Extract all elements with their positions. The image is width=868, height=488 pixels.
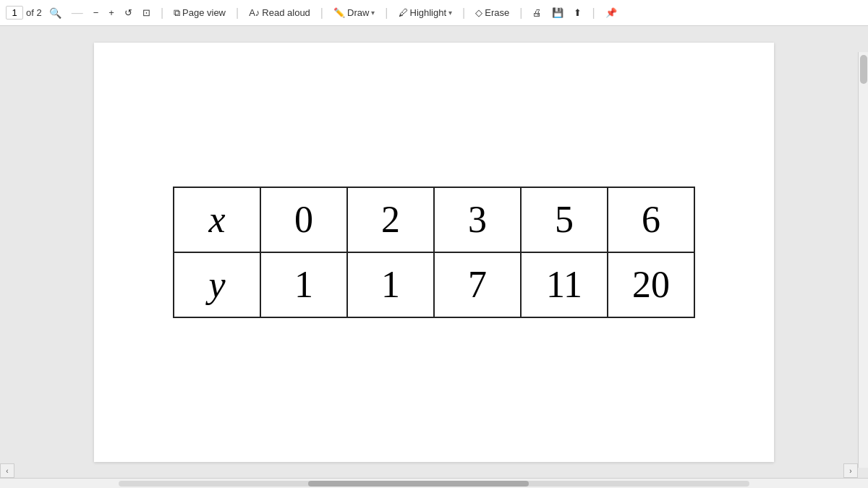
print-button[interactable]: 🖨: [529, 6, 545, 20]
fit-page-button[interactable]: ⊡: [140, 6, 153, 20]
erase-button[interactable]: ◇ Erase: [472, 6, 512, 20]
separator-1: —: [72, 7, 83, 20]
page-number-input[interactable]: [6, 6, 23, 20]
table-cell-x-5: 5: [521, 187, 608, 252]
table-cell-y-label: y: [174, 252, 260, 317]
table-cell-y-1b: 1: [347, 252, 434, 317]
separator-6: |: [462, 7, 465, 20]
horizontal-scroll-thumb[interactable]: [308, 481, 529, 487]
math-table: x 0 2 3 5 6 y 1 1 7 11 20: [173, 187, 695, 318]
separator-4: |: [320, 7, 323, 20]
zoom-in-icon: +: [109, 7, 114, 18]
highlight-button[interactable]: 🖊 Highlight ▾: [396, 6, 456, 20]
vertical-scrollbar[interactable]: [858, 52, 868, 468]
read-aloud-icon: A♪: [249, 7, 260, 18]
pin-button[interactable]: 📌: [603, 6, 620, 20]
table-cell-x-label: x: [174, 187, 260, 252]
page-total-label: of 2: [26, 7, 42, 18]
page-view-button[interactable]: ⧉ Page view: [171, 6, 229, 20]
rotate-icon: ↺: [124, 7, 132, 18]
search-icon: 🔍: [49, 7, 61, 19]
share-icon: ⬆: [574, 7, 582, 18]
bottom-bar: ‹ ›: [0, 478, 868, 488]
erase-icon: ◇: [475, 7, 482, 18]
table-cell-x-2: 2: [347, 187, 434, 252]
separator-3: |: [236, 7, 239, 20]
share-button[interactable]: ⬆: [571, 6, 584, 20]
separator-8: |: [592, 7, 595, 20]
toolbar: of 2 🔍 — − + ↺ ⊡ | ⧉ Page view | A♪ Read…: [0, 0, 868, 26]
read-aloud-button[interactable]: A♪ Read aloud: [246, 6, 313, 20]
highlight-icon: 🖊: [399, 7, 408, 18]
separator-2: |: [161, 7, 163, 20]
draw-label: Draw: [347, 7, 369, 18]
table-cell-x-3: 3: [434, 187, 521, 252]
zoom-out-icon: −: [93, 7, 99, 18]
page-navigation: of 2: [6, 6, 42, 20]
highlight-chevron-icon: ▾: [448, 9, 452, 17]
draw-icon: ✏️: [333, 7, 345, 18]
pin-icon: 📌: [605, 7, 617, 18]
page-area: x 0 2 3 5 6 y 1 1 7 11 20: [0, 26, 868, 478]
table-cell-y-1a: 1: [260, 252, 347, 317]
draw-chevron-icon: ▾: [371, 9, 375, 17]
fit-icon: ⊡: [142, 7, 150, 18]
save-icon: 💾: [552, 7, 563, 18]
vertical-scroll-thumb[interactable]: [860, 55, 867, 84]
table-cell-y-20: 20: [608, 252, 694, 317]
save-button[interactable]: 💾: [549, 6, 566, 20]
document-page: x 0 2 3 5 6 y 1 1 7 11 20: [94, 43, 774, 462]
read-aloud-label: Read aloud: [262, 7, 310, 18]
highlight-label: Highlight: [410, 7, 447, 18]
table-row-y: y 1 1 7 11 20: [174, 252, 694, 317]
draw-button[interactable]: ✏️ Draw ▾: [331, 6, 378, 20]
separator-5: |: [385, 7, 388, 20]
search-button[interactable]: 🔍: [46, 6, 64, 20]
table-cell-x-6: 6: [608, 187, 694, 252]
table-row-x: x 0 2 3 5 6: [174, 187, 694, 252]
erase-label: Erase: [485, 7, 509, 18]
table-cell-x-0: 0: [260, 187, 347, 252]
table-cell-y-7: 7: [434, 252, 521, 317]
horizontal-scroll-track[interactable]: [119, 481, 749, 487]
page-view-icon: ⧉: [174, 7, 180, 19]
separator-7: |: [519, 7, 522, 20]
rotate-button[interactable]: ↺: [122, 6, 135, 20]
scroll-left-button[interactable]: ‹: [0, 463, 14, 478]
zoom-in-button[interactable]: +: [106, 6, 117, 20]
print-icon: 🖨: [532, 7, 542, 18]
page-view-label: Page view: [182, 7, 226, 18]
scroll-right-button[interactable]: ›: [843, 463, 858, 478]
zoom-out-button[interactable]: −: [90, 6, 102, 20]
table-cell-y-11: 11: [521, 252, 608, 317]
